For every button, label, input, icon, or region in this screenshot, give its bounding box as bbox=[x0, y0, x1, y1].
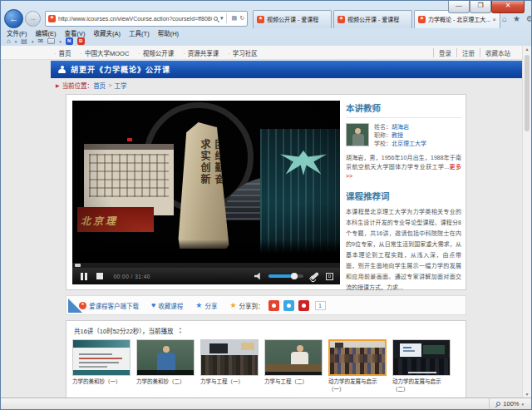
menu-edit[interactable]: 编辑(E) bbox=[36, 28, 57, 37]
compatibility-icon[interactable]: ▤ bbox=[232, 15, 238, 22]
client-download-link[interactable]: *爱课程客户端下载 bbox=[79, 301, 139, 310]
menu-bar: 文件(F) 编辑(E) 查看(V) 收藏夹(A) 工具(T) 帮助(H) bbox=[7, 28, 179, 37]
title-label: 职称： bbox=[374, 132, 392, 138]
video-screen[interactable]: 团结勤奋求实创新 北京理 bbox=[72, 101, 340, 263]
tab-close-icon[interactable]: × bbox=[492, 16, 496, 23]
page-scrollbar[interactable]: ▲ ▼ bbox=[522, 46, 531, 398]
favorites-star-icon[interactable]: ★ bbox=[513, 14, 520, 23]
playlist-item-5-current[interactable]: 动力学的发展与启示（一） bbox=[328, 339, 388, 393]
stop-icon[interactable] bbox=[96, 273, 103, 279]
chevron-down-icon[interactable]: ▾ bbox=[220, 15, 224, 22]
favorite-course-link[interactable]: ♥收藏课程 bbox=[151, 301, 183, 310]
lecture-caption[interactable]: 力学的美和妙（一） bbox=[72, 378, 132, 386]
playlist-item-3[interactable]: 力学与工程（一） bbox=[200, 339, 260, 393]
lecture-caption[interactable]: 力学与工程（二） bbox=[264, 378, 324, 386]
weibo-share-icon[interactable] bbox=[268, 300, 279, 311]
volume-knob[interactable] bbox=[291, 273, 298, 279]
breadcrumb-home-link[interactable]: 首页 bbox=[93, 81, 106, 90]
volume-icon[interactable] bbox=[254, 273, 262, 280]
lecture-caption[interactable]: 动力学的发展与启示（二） bbox=[392, 378, 452, 393]
scroll-down-icon[interactable]: ▼ bbox=[523, 392, 531, 397]
tab-2[interactable]: * 视频公开课 - 爱课程 bbox=[333, 10, 412, 28]
refresh-icon[interactable]: ↻ bbox=[239, 15, 244, 22]
search-icon[interactable] bbox=[214, 17, 218, 21]
home-icon[interactable]: ⌂ bbox=[502, 14, 507, 23]
share-count: 1 bbox=[315, 301, 326, 310]
player-controls: 00:00 / 31:40 bbox=[72, 268, 340, 284]
nav-shared-resources[interactable]: 资源共享课 bbox=[183, 48, 219, 57]
lecture-caption[interactable]: 力学的美和妙（二） bbox=[136, 378, 196, 386]
teacher-name-link[interactable]: 胡海岩 bbox=[392, 124, 409, 130]
pause-icon[interactable] bbox=[81, 273, 87, 280]
lecture-playlist: 共16讲（10时52分22秒），当前播放 ▴ ▾ 力学的美和妙（一） 力学的美和… bbox=[66, 320, 466, 398]
lecture-thumbnail[interactable] bbox=[136, 339, 195, 376]
spinner-down-icon[interactable]: ▾ bbox=[180, 331, 181, 335]
chevron-down-icon[interactable]: ▾ bbox=[521, 402, 524, 407]
seek-handle[interactable] bbox=[75, 264, 81, 267]
share-to-label: 分享到： bbox=[239, 301, 264, 310]
site-nav: 首页 中国大学MOOC 视频公开课 资源共享课 学习社区 登录 注册 收藏本站 bbox=[1, 46, 522, 60]
home-page-icon[interactable]: ⌂ bbox=[7, 37, 11, 45]
browser-action-icons: ⌂ ★ ⚙ bbox=[502, 14, 532, 23]
feeds-icon[interactable]: ▤ bbox=[21, 37, 27, 45]
menu-favorites[interactable]: 收藏夹(A) bbox=[94, 28, 121, 37]
scroll-up-icon[interactable]: ▲ bbox=[523, 47, 531, 52]
menu-file[interactable]: 文件(F) bbox=[7, 28, 27, 37]
lecture-thumbnail[interactable] bbox=[200, 339, 259, 376]
chevron-down-icon[interactable]: ▾ bbox=[59, 39, 62, 44]
forward-icon: → bbox=[29, 14, 37, 22]
nav-community[interactable]: 学习社区 bbox=[228, 48, 258, 57]
forward-button[interactable]: → bbox=[25, 11, 41, 27]
breadcrumb-separator: > bbox=[108, 82, 111, 89]
nav-open-video[interactable]: 视频公开课 bbox=[138, 48, 174, 57]
lecture-caption[interactable]: 力学与工程（一） bbox=[200, 378, 260, 386]
login-link[interactable]: 登录 bbox=[433, 48, 456, 57]
teacher-photo bbox=[346, 123, 369, 146]
tab-label: 视频公开课 - 爱课程 bbox=[347, 15, 408, 23]
corner-decoration bbox=[68, 299, 82, 313]
share-link[interactable]: ★分享 bbox=[195, 301, 217, 310]
lecture-thumbnail[interactable] bbox=[392, 339, 451, 376]
fullscreen-icon[interactable] bbox=[326, 273, 333, 280]
print-icon[interactable] bbox=[47, 38, 55, 44]
app-addon-icon[interactable]: B bbox=[77, 37, 85, 45]
menu-view[interactable]: 查看(V) bbox=[65, 28, 86, 37]
address-bar[interactable]: * http://www.icourses.cn/viewVCourse.act… bbox=[45, 11, 248, 27]
bookmark-site-link[interactable]: 收藏本站 bbox=[480, 48, 515, 57]
playlist-item-4[interactable]: 力学与工程（二） bbox=[264, 339, 324, 393]
chevron-down-icon[interactable]: ▾ bbox=[32, 39, 34, 44]
register-link[interactable]: 注册 bbox=[456, 48, 480, 57]
zoom-control[interactable]: 100% ▾ bbox=[489, 398, 524, 409]
playlist-item-1[interactable]: 力学的美和妙（一） bbox=[72, 339, 132, 393]
lecture-thumbnail[interactable] bbox=[264, 339, 323, 376]
playlist-item-2[interactable]: 力学的美和妙（二） bbox=[136, 339, 196, 393]
maximize-button[interactable]: ❐ bbox=[470, 1, 491, 13]
school-label: 学校： bbox=[374, 141, 392, 146]
qzone-share-icon[interactable] bbox=[283, 300, 294, 311]
app-addon-icon[interactable]: N bbox=[66, 37, 73, 45]
url-text[interactable]: http://www.icourses.cn/viewVCourse.actio… bbox=[58, 16, 212, 22]
breadcrumb-current-link[interactable]: 工学 bbox=[115, 81, 127, 90]
close-button[interactable]: ✕ bbox=[491, 1, 525, 13]
tab-1[interactable]: * 视频公开课 - 爱课程 bbox=[253, 10, 332, 28]
settings-wrench-icon[interactable] bbox=[310, 272, 319, 280]
menu-tools[interactable]: 工具(T) bbox=[129, 28, 150, 37]
nav-mooc[interactable]: 中国大学MOOC bbox=[81, 48, 130, 57]
teacher-school-link[interactable]: 北京理工大学 bbox=[392, 141, 426, 146]
scrollbar-thumb[interactable] bbox=[525, 55, 530, 131]
gear-icon[interactable]: ⚙ bbox=[526, 14, 532, 23]
back-button[interactable]: ← bbox=[4, 9, 23, 28]
lecture-caption[interactable]: 动力学的发展与启示（一） bbox=[328, 378, 388, 393]
renren-share-icon[interactable] bbox=[298, 300, 309, 311]
nav-home[interactable]: 首页 bbox=[54, 48, 71, 57]
minimize-button[interactable]: — bbox=[448, 1, 470, 13]
lecture-thumbnail[interactable] bbox=[72, 339, 131, 376]
lecture-thumbnail-current[interactable] bbox=[328, 339, 387, 376]
volume-slider[interactable] bbox=[268, 274, 303, 278]
page-viewport: 首页 中国大学MOOC 视频公开课 资源共享课 学习社区 登录 注册 收藏本站 … bbox=[1, 46, 531, 398]
tab-favicon-icon: * bbox=[337, 16, 345, 23]
playlist-item-6[interactable]: 动力学的发展与启示（二） bbox=[392, 339, 452, 393]
menu-help[interactable]: 帮助(H) bbox=[158, 28, 179, 37]
read-mail-icon[interactable]: ✉ bbox=[37, 37, 43, 45]
chevron-down-icon[interactable]: ▾ bbox=[15, 39, 17, 44]
